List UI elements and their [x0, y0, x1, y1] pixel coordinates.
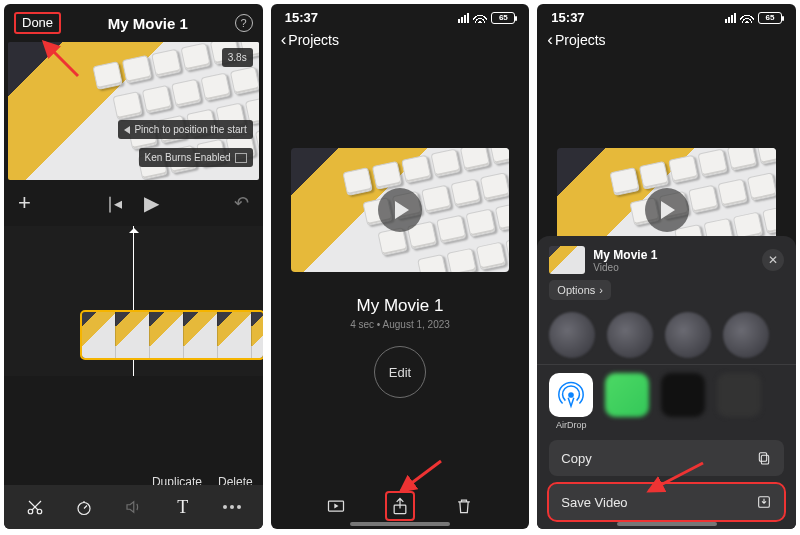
wifi-icon — [740, 13, 754, 23]
airdrop-icon — [549, 373, 593, 417]
bottom-actions — [271, 491, 530, 521]
svg-rect-8 — [761, 455, 768, 464]
clip-strip[interactable] — [82, 312, 263, 358]
share-button[interactable] — [385, 491, 415, 521]
project-title: My Movie 1 — [108, 15, 188, 32]
airdrop-button[interactable]: AirDrop — [549, 373, 593, 430]
svg-rect-9 — [759, 453, 766, 462]
video-preview[interactable]: 3.8s Pinch to position the start Ken Bur… — [8, 42, 259, 180]
play-fullscreen-button[interactable] — [321, 491, 351, 521]
svg-line-6 — [401, 461, 441, 491]
skip-start-button[interactable]: ∣◂ — [106, 194, 122, 213]
close-sheet-button[interactable]: ✕ — [762, 249, 784, 271]
chevron-left-icon: ‹ — [547, 31, 553, 48]
undo-button[interactable]: ↶ — [234, 192, 249, 214]
cut-tool[interactable] — [21, 493, 49, 521]
editor-header: Done My Movie 1 ? — [4, 4, 263, 42]
play-icon — [395, 201, 409, 219]
title-tool[interactable]: T — [169, 493, 197, 521]
play-button[interactable]: ▶ — [144, 191, 159, 215]
share-app[interactable] — [605, 373, 649, 430]
annotation-arrow — [397, 459, 443, 495]
contact-suggestion[interactable] — [607, 312, 653, 358]
share-options-button[interactable]: Options› — [549, 280, 611, 300]
screenshot-project-detail: 15:37 65 ‹ Projects My Movie 1 4 sec • A… — [271, 4, 530, 529]
contact-suggestion[interactable] — [665, 312, 711, 358]
done-button[interactable]: Done — [14, 12, 61, 34]
timeline[interactable] — [4, 226, 263, 376]
play-overlay-button[interactable] — [378, 188, 422, 232]
ken-burns-overlay[interactable]: Ken Burns Enabled — [139, 148, 253, 167]
cellular-icon — [725, 13, 736, 23]
back-projects-button[interactable]: ‹ Projects — [281, 31, 339, 48]
help-button[interactable]: ? — [235, 14, 253, 32]
crop-icon — [235, 153, 247, 163]
status-bar: 15:37 65 — [271, 4, 530, 27]
project-name: My Movie 1 — [271, 296, 530, 316]
share-thumbnail — [549, 246, 585, 274]
edit-button[interactable]: Edit — [374, 346, 426, 398]
share-app[interactable] — [717, 373, 761, 430]
filters-tool[interactable] — [218, 493, 246, 521]
edit-toolbar: T — [4, 485, 263, 529]
suggested-contacts-row — [549, 312, 784, 358]
battery-icon: 65 — [758, 12, 782, 24]
project-preview[interactable] — [291, 148, 510, 272]
copy-icon — [756, 450, 772, 466]
screenshot-editor: Done My Movie 1 ? 3.8s Pinch to position… — [4, 4, 263, 529]
speed-tool[interactable] — [70, 493, 98, 521]
share-item-type: Video — [593, 262, 754, 273]
chevron-left-icon: ‹ — [281, 31, 287, 48]
share-app[interactable] — [661, 373, 705, 430]
battery-icon: 65 — [491, 12, 515, 24]
home-indicator[interactable] — [350, 522, 450, 526]
status-bar: 15:37 65 — [537, 4, 796, 27]
share-apps-row: AirDrop — [549, 373, 784, 430]
save-video-action[interactable]: Save Video — [549, 484, 784, 520]
add-media-button[interactable]: + — [18, 190, 31, 216]
clip-duration: 3.8s — [222, 48, 253, 67]
project-meta: 4 sec • August 1, 2023 — [271, 319, 530, 330]
back-projects-button[interactable]: ‹ Projects — [547, 31, 605, 48]
transport-row: + ∣◂ ▶ ↶ — [4, 180, 263, 226]
start-marker-icon — [124, 126, 130, 134]
wifi-icon — [473, 13, 487, 23]
delete-project-button[interactable] — [449, 491, 479, 521]
home-indicator[interactable] — [617, 522, 717, 526]
share-item-title: My Movie 1 — [593, 248, 754, 262]
volume-tool[interactable] — [119, 493, 147, 521]
contact-suggestion[interactable] — [723, 312, 769, 358]
status-time: 15:37 — [285, 10, 318, 25]
screenshot-share-sheet: 15:37 65 ‹ Projects My Movie 1 Video ✕ — [537, 4, 796, 529]
svg-point-7 — [569, 392, 575, 398]
chevron-right-icon: › — [599, 284, 603, 296]
contact-suggestion[interactable] — [549, 312, 595, 358]
save-icon — [756, 494, 772, 510]
pinch-hint-overlay: Pinch to position the start — [118, 120, 252, 139]
copy-action[interactable]: Copy — [549, 440, 784, 476]
share-sheet: My Movie 1 Video ✕ Options› AirDrop — [537, 236, 796, 529]
cellular-icon — [458, 13, 469, 23]
status-time: 15:37 — [551, 10, 584, 25]
